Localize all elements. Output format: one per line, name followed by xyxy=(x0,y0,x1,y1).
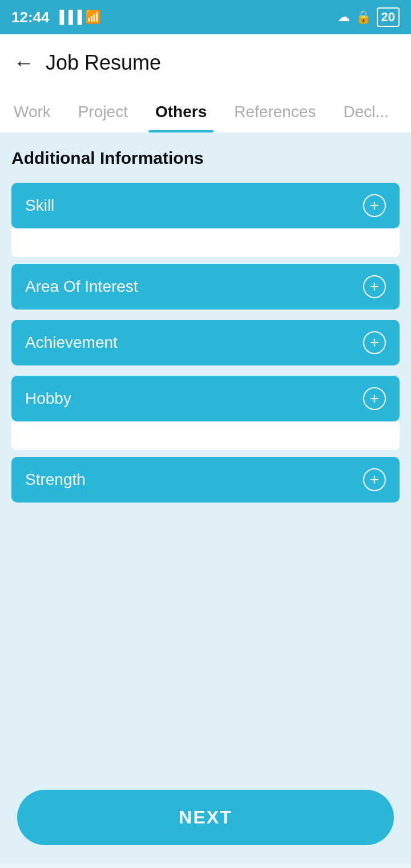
strength-header[interactable]: Strength + xyxy=(11,457,400,503)
wifi-icon: 📶 xyxy=(85,10,100,25)
tab-work[interactable]: Work xyxy=(0,91,65,132)
achievement-add-icon[interactable]: + xyxy=(363,331,386,354)
next-button-container: NEXT xyxy=(17,790,394,845)
back-button[interactable]: ← xyxy=(14,53,34,73)
cloud-icon: ☁ xyxy=(337,10,350,25)
battery-indicator: 20 xyxy=(377,7,400,27)
hobby-add-icon[interactable]: + xyxy=(363,387,386,410)
skill-header[interactable]: Skill + xyxy=(11,183,400,228)
skill-empty-row xyxy=(11,228,400,257)
status-bar: 12:44 ▐▐▐ 📶 ☁ 🔒 20 xyxy=(0,0,411,34)
hobby-header[interactable]: Hobby + xyxy=(11,376,400,421)
hobby-empty-row xyxy=(11,421,400,450)
status-time: 12:44 xyxy=(11,9,50,26)
main-content: Additional Informations Skill + Area Of … xyxy=(0,132,411,863)
hobby-section: Hobby + xyxy=(11,376,400,450)
skill-add-icon[interactable]: + xyxy=(363,194,386,217)
area-of-interest-header[interactable]: Area Of Interest + xyxy=(11,264,400,310)
app-header: ← Job Resume xyxy=(0,34,411,91)
additional-info-title: Additional Informations xyxy=(11,148,400,168)
tab-decl[interactable]: Decl... xyxy=(329,91,402,132)
strength-section: Strength + xyxy=(11,457,400,503)
skill-section: Skill + xyxy=(11,183,400,257)
tabs-bar: Work Project Others References Decl... xyxy=(0,91,411,132)
area-of-interest-section: Area Of Interest + xyxy=(11,264,400,316)
hobby-label: Hobby xyxy=(25,389,71,408)
achievement-section: Achievement + xyxy=(11,320,400,372)
tab-references[interactable]: References xyxy=(220,91,329,132)
tab-others[interactable]: Others xyxy=(142,91,220,132)
achievement-header[interactable]: Achievement + xyxy=(11,320,400,365)
signal-icon: ▐▐▐ xyxy=(55,10,82,25)
area-of-interest-label: Area Of Interest xyxy=(25,278,138,296)
strength-add-icon[interactable]: + xyxy=(363,468,386,491)
skill-label: Skill xyxy=(25,196,54,215)
area-of-interest-add-icon[interactable]: + xyxy=(363,275,386,298)
lock-icon: 🔒 xyxy=(356,10,371,25)
next-button[interactable]: NEXT xyxy=(17,790,394,845)
achievement-label: Achievement xyxy=(25,333,118,352)
page-title: Job Resume xyxy=(46,51,161,75)
tab-project[interactable]: Project xyxy=(65,91,142,132)
strength-label: Strength xyxy=(25,471,86,489)
